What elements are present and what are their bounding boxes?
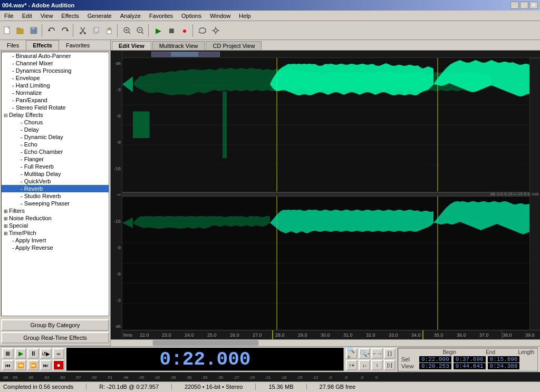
menu-edit[interactable]: Edit bbox=[18, 11, 36, 21]
tab-effects[interactable]: Effects bbox=[26, 40, 59, 50]
tree-item-studio-reverb[interactable]: - Studio Reverb bbox=[2, 192, 109, 200]
tree-group-time-pitch[interactable]: ⊞Time/Pitch bbox=[2, 229, 109, 237]
tree-group-filters[interactable]: ⊞Filters bbox=[2, 207, 109, 214]
tool-undo[interactable] bbox=[45, 24, 58, 37]
restore-button[interactable]: □ bbox=[520, 2, 528, 9]
tree-item-chorus[interactable]: - Chorus bbox=[2, 119, 109, 126]
tree-item-delay[interactable]: - Delay bbox=[2, 126, 109, 133]
minimize-button[interactable]: _ bbox=[510, 2, 519, 9]
btn-fast-forward[interactable]: ⏩ bbox=[27, 360, 39, 370]
status-sep-2 bbox=[171, 384, 172, 390]
svg-text:-54: -54 bbox=[91, 375, 97, 380]
menu-generate[interactable]: Generate bbox=[83, 11, 116, 21]
svg-point-24 bbox=[214, 29, 217, 32]
tab-favorites[interactable]: Favorites bbox=[59, 40, 97, 50]
tree-item-dynamics[interactable]: - Dynamics Processing bbox=[2, 67, 109, 74]
zoom-full-h[interactable]: ←→ bbox=[371, 348, 383, 359]
btn-loop-play[interactable]: ↺▶ bbox=[40, 348, 52, 359]
tool-paste[interactable] bbox=[103, 24, 115, 37]
menu-file[interactable]: File bbox=[0, 11, 18, 21]
tab-edit-view[interactable]: Edit View bbox=[112, 41, 151, 50]
menu-help[interactable]: Help bbox=[235, 11, 255, 21]
tree-item-channel-mixer[interactable]: - Channel Mixer bbox=[2, 60, 109, 67]
waveform-track-upper[interactable] bbox=[122, 58, 540, 192]
zoom-in-h[interactable]: 🔍+ bbox=[346, 348, 358, 359]
horizontal-scrollbar[interactable] bbox=[111, 339, 540, 346]
tree-item-reverb[interactable]: - Reverb bbox=[2, 185, 109, 192]
tree-item-full-reverb[interactable]: - Full Reverb bbox=[2, 163, 109, 170]
tool-copy[interactable] bbox=[90, 24, 102, 37]
zoom-in-v[interactable]: ↑+ bbox=[346, 360, 358, 370]
tree-item-pan-expand[interactable]: - Pan/Expand bbox=[2, 96, 109, 104]
zoom-sel-h[interactable]: [ ] bbox=[384, 348, 396, 359]
svg-text:-60: -60 bbox=[59, 375, 65, 380]
tree-item-stereo-field[interactable]: - Stereo Field Rotate bbox=[2, 104, 109, 111]
title-bar-buttons[interactable]: _ □ ✕ bbox=[510, 2, 538, 9]
tree-item-dynamic-delay[interactable]: - Dynamic Delay bbox=[2, 133, 109, 141]
tool-new[interactable] bbox=[1, 24, 14, 37]
close-button[interactable]: ✕ bbox=[529, 2, 538, 9]
group-by-category-button[interactable]: Group By Category bbox=[1, 319, 109, 331]
tree-group-noise-reduction[interactable]: ⊞Noise Reduction bbox=[2, 214, 109, 222]
tool-redo[interactable] bbox=[59, 24, 71, 37]
db-label-3-2: -3 bbox=[117, 298, 121, 303]
tree-item-apply-reverse[interactable]: - Apply Reverse bbox=[2, 244, 109, 251]
svg-text:-21: -21 bbox=[265, 375, 271, 380]
tree-item-hard-limiting[interactable]: - Hard Limiting bbox=[2, 82, 109, 89]
tool-play[interactable]: ▶ bbox=[152, 24, 165, 37]
zoom-full-v[interactable]: ↕ bbox=[371, 360, 383, 370]
tree-group-delay-effects[interactable]: ⊟Delay Effects bbox=[2, 111, 109, 119]
btn-rewind[interactable]: ⏪ bbox=[15, 360, 26, 370]
tab-cd-project-view[interactable]: CD Project View bbox=[206, 41, 262, 50]
db-right-6b: -6 bbox=[499, 192, 503, 197]
header-begin: Begin bbox=[419, 349, 456, 355]
group-realtime-button[interactable]: Group Real-Time Effects bbox=[1, 332, 109, 344]
tool-settings[interactable] bbox=[209, 24, 222, 37]
btn-pause[interactable]: ⏸ bbox=[27, 348, 39, 359]
btn-loop[interactable]: ∞ bbox=[53, 348, 64, 359]
menu-effects[interactable]: Effects bbox=[57, 11, 83, 21]
tool-save[interactable] bbox=[27, 24, 40, 37]
zoom-out-v[interactable]: ↓- bbox=[359, 360, 370, 370]
btn-stop[interactable]: ⏹ bbox=[2, 348, 14, 359]
tree-item-flanger[interactable]: - Flanger bbox=[2, 155, 109, 163]
tool-open[interactable] bbox=[14, 24, 27, 37]
tree-item-quickverb[interactable]: - QuickVerb bbox=[2, 178, 109, 185]
btn-skip-start[interactable]: ⏮ bbox=[2, 360, 14, 370]
tool-cut[interactable] bbox=[76, 24, 89, 37]
tree-item-multitap-delay[interactable]: - Multitap Delay bbox=[2, 170, 109, 178]
menu-analyze[interactable]: Analyze bbox=[116, 11, 145, 21]
scroll-area[interactable] bbox=[122, 51, 540, 58]
tool-loop[interactable] bbox=[196, 24, 209, 37]
tab-multitrack-view[interactable]: Multitrack View bbox=[152, 41, 205, 50]
waveform-track-lower[interactable] bbox=[122, 197, 540, 330]
tree-item-normalize[interactable]: - Normalize bbox=[2, 89, 109, 96]
zoom-sel-v[interactable]: [↕] bbox=[384, 360, 396, 370]
tree-item-apply-invert[interactable]: - Apply Invert bbox=[2, 237, 109, 244]
btn-play[interactable]: ▶ bbox=[15, 348, 26, 359]
tool-zoom-in[interactable] bbox=[121, 24, 133, 37]
tree-item-envelope[interactable]: - Envelope bbox=[2, 74, 109, 82]
tool-zoom-out[interactable] bbox=[134, 24, 147, 37]
svg-text:34.0: 34.0 bbox=[411, 332, 421, 338]
tree-item-sweeping-phaser[interactable]: - Sweeping Phaser bbox=[2, 200, 109, 207]
transport-buttons: ⏹ ▶ ⏸ ↺▶ ∞ ⏮ ⏪ ⏩ ⏭ ● bbox=[2, 348, 64, 370]
tree-item-binaural[interactable]: - Binaural Auto-Panner bbox=[2, 52, 109, 60]
btn-record[interactable]: ● bbox=[53, 360, 64, 370]
tab-files[interactable]: Files bbox=[0, 40, 26, 50]
tool-stop[interactable]: ⏹ bbox=[165, 24, 178, 37]
tree-item-echo[interactable]: - Echo bbox=[2, 141, 109, 148]
menu-window[interactable]: Window bbox=[206, 11, 235, 21]
waveform-main[interactable]: hms 22.0 23.0 24.0 25.0 26.0 27.0 28.0 2… bbox=[122, 51, 540, 339]
menu-favorites[interactable]: Favorites bbox=[145, 11, 177, 21]
tree-group-special[interactable]: ⊞Special bbox=[2, 222, 109, 229]
menu-view[interactable]: View bbox=[36, 11, 57, 21]
btn-skip-end[interactable]: ⏭ bbox=[40, 360, 52, 370]
tool-record[interactable]: ● bbox=[178, 24, 191, 37]
menu-options[interactable]: Options bbox=[177, 11, 206, 21]
zoom-out-h[interactable]: 🔍- bbox=[359, 348, 370, 359]
svg-text:-27: -27 bbox=[233, 375, 239, 380]
db-right-inf: -∞ bbox=[513, 192, 516, 196]
tree-item-echo-chamber[interactable]: - Echo Chamber bbox=[2, 148, 109, 155]
left-tab-bar: Files Effects Favorites bbox=[0, 40, 110, 51]
